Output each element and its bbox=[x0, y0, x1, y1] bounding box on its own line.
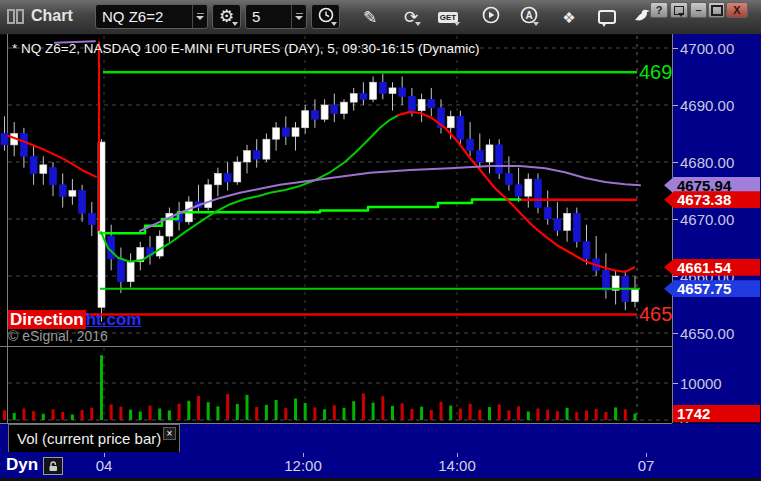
share-button[interactable] bbox=[632, 6, 652, 28]
chat-button[interactable] bbox=[595, 6, 619, 28]
indicator-tab-row: Vol (current price bar) × bbox=[0, 424, 761, 453]
pencil-icon: ✎ bbox=[363, 9, 377, 26]
volume-bar bbox=[178, 404, 181, 420]
candle-body bbox=[428, 99, 435, 108]
volume-bar bbox=[32, 411, 35, 420]
volume-bar bbox=[604, 412, 607, 420]
volume-bar bbox=[236, 404, 239, 420]
symbol-settings-button[interactable]: ⚙ bbox=[212, 4, 241, 29]
candle-body bbox=[30, 156, 37, 173]
volume-bar bbox=[52, 409, 55, 420]
time-axis-bar[interactable]: Dyn 0412:0014:0007 bbox=[0, 453, 761, 478]
candle-body bbox=[20, 134, 27, 157]
tab-volume-study[interactable]: Vol (current price bar) × bbox=[8, 424, 180, 452]
candle-body bbox=[564, 213, 571, 230]
axis-tick-mark bbox=[673, 105, 678, 106]
candle-body bbox=[457, 116, 464, 139]
interval-combo[interactable]: 5 bbox=[245, 4, 307, 29]
chart-window: Chart NQ Z6=2 ⚙ 5 ✎ ⟳ GET bbox=[0, 0, 761, 481]
volume-bar bbox=[61, 412, 64, 420]
volume-bar bbox=[556, 411, 559, 420]
price-tick-label: 4680.00 bbox=[680, 154, 734, 171]
candle-body bbox=[379, 82, 386, 93]
candle-body bbox=[321, 105, 328, 119]
minimize-button[interactable]: – bbox=[690, 2, 707, 18]
link-button[interactable]: ❖ bbox=[557, 6, 581, 28]
volume-bar bbox=[546, 410, 549, 420]
volume-bar bbox=[265, 405, 268, 420]
chevron-down-icon[interactable] bbox=[291, 5, 306, 28]
volume-bar bbox=[207, 402, 210, 420]
volume-bar bbox=[634, 414, 637, 420]
candle-body bbox=[544, 208, 551, 219]
candle-body bbox=[399, 88, 406, 97]
price-flag: 4657.75 bbox=[664, 280, 760, 297]
price-chart-pane[interactable]: 46954653 bbox=[0, 34, 672, 346]
candle-body bbox=[447, 116, 454, 127]
candle-body bbox=[505, 173, 512, 184]
volume-bar bbox=[614, 407, 617, 420]
watermark-link[interactable]: ht.com bbox=[86, 310, 142, 329]
volume-bar bbox=[430, 410, 433, 420]
volume-bar bbox=[275, 400, 278, 420]
candle-body bbox=[573, 213, 580, 242]
volume-bar bbox=[168, 410, 171, 420]
symbol-combo[interactable]: NQ Z6=2 bbox=[95, 4, 208, 29]
alerts-button[interactable]: A bbox=[517, 6, 541, 28]
candle-body bbox=[253, 151, 260, 160]
price-flag: 4675.94 bbox=[664, 177, 760, 194]
volume-bar bbox=[585, 410, 588, 420]
interval-value: 5 bbox=[246, 8, 291, 25]
popout-button[interactable] bbox=[670, 2, 688, 18]
candle-body bbox=[214, 173, 221, 184]
maximize-button[interactable] bbox=[708, 2, 725, 18]
volume-bar bbox=[459, 409, 462, 420]
volume-bar bbox=[284, 408, 287, 420]
candle-body bbox=[50, 168, 57, 185]
draw-tool-button[interactable]: ✎ bbox=[358, 6, 382, 28]
volume-bar bbox=[100, 355, 103, 420]
candle-body bbox=[40, 165, 47, 174]
refresh-button[interactable]: ⟳ bbox=[399, 6, 423, 28]
chevron-down-icon[interactable] bbox=[192, 5, 207, 28]
volume-flag: 1742 bbox=[672, 405, 760, 422]
volume-bar bbox=[527, 411, 530, 420]
time-settings-button[interactable] bbox=[311, 4, 340, 29]
candle-body bbox=[273, 128, 280, 139]
volume-bar bbox=[323, 409, 326, 420]
watermark: Directionht.com bbox=[8, 310, 141, 330]
volume-bar bbox=[81, 410, 84, 420]
volume-bar bbox=[381, 396, 384, 420]
candle-body bbox=[418, 99, 425, 110]
chart-window-icon bbox=[7, 9, 25, 28]
volume-bar bbox=[401, 403, 404, 420]
volume-bar bbox=[449, 406, 452, 420]
ma-trend-up bbox=[101, 115, 398, 261]
watermark-part1: Direction bbox=[8, 310, 86, 329]
replay-button[interactable] bbox=[479, 6, 503, 28]
title-bar[interactable]: Chart NQ Z6=2 ⚙ 5 ✎ ⟳ GET bbox=[0, 0, 761, 35]
candle-body bbox=[389, 88, 396, 94]
close-icon[interactable]: × bbox=[163, 427, 176, 440]
level-label: 4653 bbox=[639, 303, 672, 325]
volume-bar bbox=[537, 409, 540, 420]
candle-body bbox=[341, 102, 348, 113]
volume-bar bbox=[575, 412, 578, 420]
candle-body bbox=[535, 179, 542, 208]
volume-bar bbox=[197, 396, 200, 420]
candle-body bbox=[117, 259, 124, 282]
dynamic-mode-label[interactable]: Dyn bbox=[6, 455, 38, 475]
lock-toggle[interactable] bbox=[43, 457, 63, 475]
candle-body bbox=[69, 191, 76, 197]
get-data-button[interactable]: GET bbox=[434, 6, 462, 28]
volume-bar bbox=[216, 406, 219, 420]
price-axis[interactable]: 4700.004690.004680.004670.004660.004650.… bbox=[672, 34, 761, 346]
volume-axis[interactable]: 1000001742 bbox=[672, 346, 761, 423]
help-button[interactable]: ? bbox=[650, 2, 668, 18]
volume-chart-pane[interactable] bbox=[0, 346, 672, 423]
volume-bar bbox=[343, 408, 346, 420]
candle-body bbox=[476, 151, 483, 162]
close-button[interactable]: X bbox=[726, 2, 748, 18]
volume-bar bbox=[226, 394, 229, 420]
price-tick-label: 4700.00 bbox=[680, 40, 734, 57]
